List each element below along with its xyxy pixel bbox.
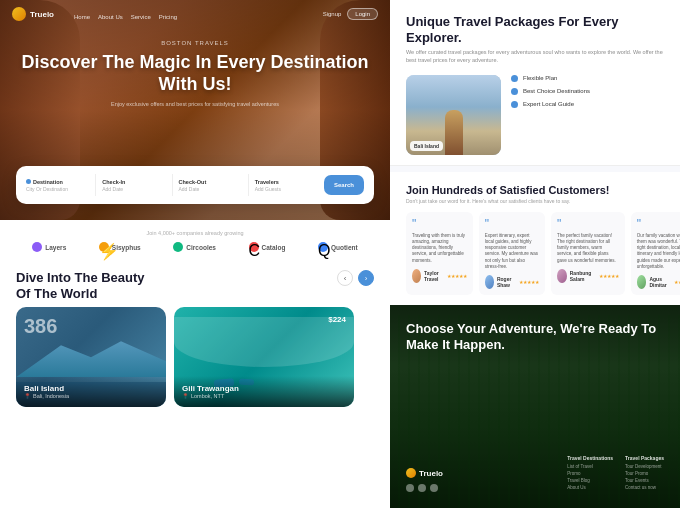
test-name-4: Agus Dimitar <box>649 276 671 288</box>
checkout-placeholder: Add Date <box>179 186 242 192</box>
cta-content: Choose Your Adventure, We're Ready To Ma… <box>390 305 680 508</box>
destination-cards: 386 Bali Island 📍 Bali, Indonesia Gili T… <box>0 307 390 407</box>
hero-section: Truelo Home About Us Service Pricing Sig… <box>0 0 390 220</box>
search-bar: Destination City Or Destination Check-In… <box>16 166 374 204</box>
top-right-section: Unique Travel Packages For Every Explore… <box>390 0 680 166</box>
checkin-label: Check-In <box>102 179 165 185</box>
next-arrow-button[interactable]: › <box>358 270 374 286</box>
cta-nav-item-1-4[interactable]: About Us <box>567 485 613 490</box>
cta-nav-item-1-3[interactable]: Travel Blog <box>567 478 613 483</box>
test-stars-4: ★★★★★ <box>674 279 680 285</box>
card-bali[interactable]: 386 Bali Island 📍 Bali, Indonesia <box>16 307 166 407</box>
testimonials-title: Join Hundreds of Satisfied Customers! <box>406 184 664 196</box>
social-icon-1[interactable] <box>406 484 414 492</box>
tr-feature-2: Best Choice Destinations <box>511 88 590 95</box>
cta-nav-col-1: Travel Destinations List of Travel Promo… <box>567 455 613 492</box>
partner-quotient-name: Quotient <box>331 244 358 251</box>
logo: Truelo <box>12 7 54 21</box>
testimonials-section: Join Hundreds of Satisfied Customers! Do… <box>390 172 680 306</box>
test-author-2: Roger Shaw ★★★★★ <box>485 275 539 289</box>
cta-nav-item-1-2[interactable]: Promo <box>567 471 613 476</box>
destination-label: Destination <box>26 179 89 185</box>
partner-catalog-icon: C <box>249 242 259 252</box>
test-avatar-3 <box>557 269 567 283</box>
divider-1 <box>95 174 96 196</box>
partner-circooles-icon <box>173 242 183 252</box>
cta-logo-area: Truelo <box>406 468 443 492</box>
cta-title: Choose Your Adventure, We're Ready To Ma… <box>406 321 664 352</box>
card-gili-name: Gili Trawangan <box>182 384 346 393</box>
test-avatar-4 <box>637 275 647 289</box>
navbar: Truelo Home About Us Service Pricing Sig… <box>0 0 390 28</box>
partners-logos: Layers ⚡ Sisyphus Circooles C Catalog Q … <box>16 242 374 252</box>
partner-layers-icon <box>32 242 42 252</box>
nav-about[interactable]: About Us <box>98 14 123 20</box>
right-panel: Unique Travel Packages For Every Explore… <box>390 0 680 508</box>
card-bali-num: 386 <box>24 315 57 338</box>
nav-home[interactable]: Home <box>74 14 90 20</box>
card-gili-overlay: Gili Trawangan 📍 Lombok, NTT <box>174 376 354 407</box>
tr-image-inner: Bali Island <box>406 75 501 155</box>
cta-nav-item-2-2[interactable]: Tour Promo <box>625 471 664 476</box>
test-stars-3: ★★★★★ <box>599 273 619 279</box>
tr-feature-label-1: Flexible Plan <box>523 75 557 81</box>
test-text-4: Our family vacation with them was wonder… <box>637 233 680 271</box>
cta-nav-cols: Travel Destinations List of Travel Promo… <box>567 455 664 492</box>
tr-feature-label-2: Best Choice Destinations <box>523 88 590 94</box>
cta-logo-text: Truelo <box>419 469 443 478</box>
cta-nav-item-2-1[interactable]: Tour Development <box>625 464 664 469</box>
checkout-field[interactable]: Check-Out Add Date <box>179 179 242 192</box>
test-text-3: The perfect family vacation! The right d… <box>557 233 619 264</box>
partner-catalog: C Catalog <box>249 242 286 252</box>
cta-nav-item-2-3[interactable]: Tour Events <box>625 478 664 483</box>
tr-feature-1: Flexible Plan <box>511 75 590 82</box>
search-button[interactable]: Search <box>324 175 364 195</box>
checkin-placeholder: Add Date <box>102 186 165 192</box>
partners-section: Join 4,000+ companies already growing La… <box>0 220 390 262</box>
tr-feature-label-3: Expert Local Guide <box>523 101 574 107</box>
logo-icon <box>12 7 26 21</box>
tr-title: Unique Travel Packages For Every Explore… <box>406 14 664 45</box>
cta-nav-col-2: Travel Packages Tour Development Tour Pr… <box>625 455 664 492</box>
destination-field[interactable]: Destination City Or Destination <box>26 179 89 192</box>
travelers-placeholder: Add Guests <box>255 186 318 192</box>
test-author-3: Ranbung Salam ★★★★★ <box>557 269 619 283</box>
section-title: Dive Into The BeautyOf The World <box>16 270 145 301</box>
cta-nav-col-1-title: Travel Destinations <box>567 455 613 461</box>
partner-circooles: Circooles <box>173 242 216 252</box>
social-icon-2[interactable] <box>418 484 426 492</box>
travelers-field[interactable]: Travelers Add Guests <box>255 179 318 192</box>
hero-title: Discover The Magic In Every Destination … <box>20 52 370 95</box>
nav-service[interactable]: Service <box>131 14 151 20</box>
partner-catalog-name: Catalog <box>262 244 286 251</box>
nav-pricing[interactable]: Pricing <box>159 14 177 20</box>
testimonial-1: " Traveling with them is truly amazing, … <box>406 212 473 296</box>
tr-feature-dot-2 <box>511 88 518 95</box>
card-bali-overlay: Bali Island 📍 Bali, Indonesia <box>16 376 166 407</box>
card-gili[interactable]: Gili Trawangan 📍 Lombok, NTT $224 <box>174 307 354 407</box>
test-name-1: Taylor Travel <box>424 270 444 282</box>
prev-arrow-button[interactable]: ‹ <box>337 270 353 286</box>
nav-login-button[interactable]: Login <box>347 8 378 20</box>
testimonial-4: " Our family vacation with them was wond… <box>631 212 680 296</box>
partners-label: Join 4,000+ companies already growing <box>16 230 374 236</box>
test-text-2: Expert itinerary, expert local guides, a… <box>485 233 539 271</box>
tr-feature-3: Expert Local Guide <box>511 101 590 108</box>
test-author-1: Taylor Travel ★★★★★ <box>412 269 467 283</box>
test-quote-3: " <box>557 218 619 230</box>
partner-quotient: Q Quotient <box>318 242 358 252</box>
nav-arrows: ‹ › <box>337 270 374 286</box>
nav-signup[interactable]: Signup <box>323 11 342 17</box>
social-icon-3[interactable] <box>430 484 438 492</box>
logo-text: Truelo <box>30 10 54 19</box>
test-quote-4: " <box>637 218 680 230</box>
tr-image: Bali Island <box>406 75 501 155</box>
cta-nav-item-1-1[interactable]: List of Travel <box>567 464 613 469</box>
test-avatar-2 <box>485 275 494 289</box>
test-avatar-1 <box>412 269 421 283</box>
cta-nav-item-2-4[interactable]: Contact us now <box>625 485 664 490</box>
section-header: Dive Into The BeautyOf The World ‹ › <box>0 262 390 307</box>
hero-subtitle: BOSTON TRAVELS <box>20 40 370 46</box>
checkin-field[interactable]: Check-In Add Date <box>102 179 165 192</box>
partner-circooles-name: Circooles <box>186 244 216 251</box>
